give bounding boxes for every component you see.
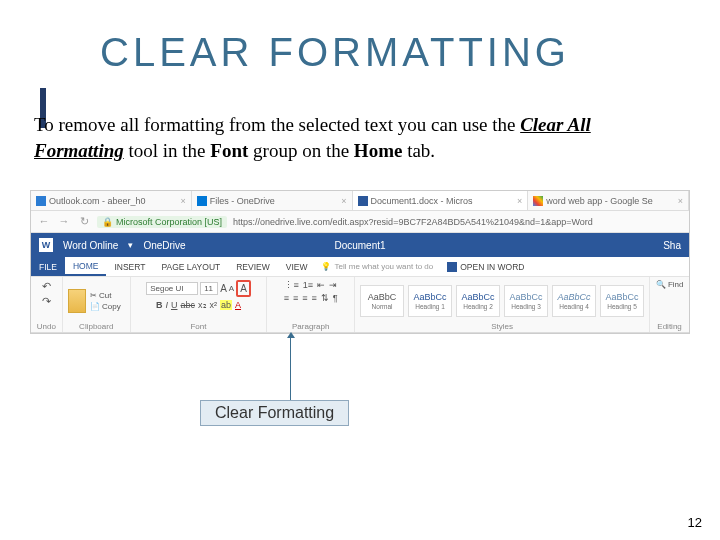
clear-formatting-button[interactable]: A [236,280,251,297]
tab-label: Document1.docx - Micros [371,196,473,206]
close-icon[interactable]: × [678,196,683,206]
underline-button[interactable]: U [171,300,178,310]
slide-title: CLEAR FORMATTING [100,30,570,75]
align-left-button[interactable]: ≡ [284,293,289,303]
group-label: Undo [36,322,57,331]
slide-body: To remove all formatting from the select… [34,112,684,163]
style-heading-3[interactable]: AaBbCcHeading 3 [504,285,548,317]
url-field[interactable]: https://onedrive.live.com/edit.aspx?resi… [233,217,683,227]
superscript-button[interactable]: x² [210,300,218,310]
page-number: 12 [688,515,702,530]
back-button[interactable]: ← [37,215,51,229]
callout-arrow [290,336,291,402]
outlook-icon [36,196,46,206]
browser-tab[interactable]: Outlook.com - abeer_h0× [31,191,192,210]
body-mid1: tool in the [124,140,211,161]
close-icon[interactable]: × [180,196,185,206]
bullets-button[interactable]: ⋮≡ [284,280,298,290]
onedrive-icon [197,196,207,206]
tab-insert[interactable]: INSERT [106,257,153,276]
word-icon [358,196,368,206]
body-pre: To remove all formatting from the select… [34,114,520,135]
style-name: Heading 4 [559,303,589,310]
group-styles: AaBbCNormalAaBbCcHeading 1AaBbCcHeading … [355,277,650,332]
group-label: Editing [655,322,684,331]
chevron-down-icon[interactable]: ▾ [128,240,133,250]
group-label: Clipboard [68,322,125,331]
strike-button[interactable]: abc [180,300,195,310]
tab-review[interactable]: REVIEW [228,257,278,276]
style-heading-4[interactable]: AaBbCcHeading 4 [552,285,596,317]
font-color-button[interactable]: A [235,300,241,310]
tab-home[interactable]: HOME [65,257,107,276]
justify-button[interactable]: ≡ [312,293,317,303]
group-editing: 🔍 Find Editing [650,277,689,332]
style-name: Heading 5 [607,303,637,310]
tab-file[interactable]: FILE [31,257,65,276]
ribbon-tabs: FILE HOME INSERT PAGE LAYOUT REVIEW VIEW… [31,257,689,277]
style-preview: AaBbCc [462,292,495,302]
group-name: Font [210,140,248,161]
style-normal[interactable]: AaBbCNormal [360,285,404,317]
undo-button[interactable]: ↶ [42,280,51,293]
tell-me-box[interactable]: 💡Tell me what you want to do [315,257,439,276]
open-in-word-button[interactable]: OPEN IN WORD [439,257,532,276]
tab-name: Home [354,140,403,161]
browser-tab[interactable]: Document1.docx - Micros× [353,191,529,210]
font-name-select[interactable]: Segoe UI [146,282,198,295]
style-heading-1[interactable]: AaBbCcHeading 1 [408,285,452,317]
paste-button[interactable] [68,289,86,313]
style-preview: AaBbC [368,292,397,302]
indent-button[interactable]: ⇥ [329,280,337,290]
google-icon [533,196,543,206]
word-icon [447,262,457,272]
subscript-button[interactable]: x₂ [198,300,207,310]
browser-window: Outlook.com - abeer_h0× Files - OneDrive… [30,190,690,334]
style-heading-5[interactable]: AaBbCcHeading 5 [600,285,644,317]
find-button[interactable]: 🔍 Find [656,280,684,289]
ssl-badge[interactable]: 🔒Microsoft Corporation [US] [97,216,227,228]
bold-button[interactable]: B [156,300,163,310]
highlight-button[interactable]: ab [220,300,232,310]
group-undo: ↶ ↷ Undo [31,277,63,332]
redo-button[interactable]: ↷ [42,295,51,308]
style-heading-2[interactable]: AaBbCcHeading 2 [456,285,500,317]
outdent-button[interactable]: ⇤ [317,280,325,290]
ribbon: ↶ ↷ Undo ✂ Cut 📄 Copy Clipboard [31,277,689,333]
tab-page-layout[interactable]: PAGE LAYOUT [153,257,228,276]
line-spacing-button[interactable]: ⇅ [321,293,329,303]
style-name: Heading 1 [415,303,445,310]
grow-font-button[interactable]: A [220,283,227,294]
callout-label: Clear Formatting [200,400,349,426]
body-post: tab. [402,140,435,161]
reload-button[interactable]: ↻ [77,215,91,229]
word-header: W Word Online ▾ OneDrive Document1 Sha [31,233,689,257]
copy-button[interactable]: 📄 Copy [90,302,121,311]
group-font: Segoe UI 11 A A A B I U abc x₂ x² ab [131,277,268,332]
paragraph-dir-button[interactable]: ¶ [333,293,338,303]
close-icon[interactable]: × [517,196,522,206]
share-button[interactable]: Sha [663,240,681,251]
onedrive-link[interactable]: OneDrive [143,240,185,251]
close-icon[interactable]: × [341,196,346,206]
document-title[interactable]: Document1 [334,240,385,251]
align-center-button[interactable]: ≡ [293,293,298,303]
italic-button[interactable]: I [165,300,168,310]
browser-tab[interactable]: word web app - Google Se× [528,191,689,210]
tell-me-label: Tell me what you want to do [334,262,433,271]
shrink-font-button[interactable]: A [229,284,234,293]
forward-button[interactable]: → [57,215,71,229]
style-preview: AaBbCc [558,292,591,302]
tab-view[interactable]: VIEW [278,257,316,276]
numbering-button[interactable]: 1≡ [303,280,313,290]
style-preview: AaBbCc [414,292,447,302]
align-right-button[interactable]: ≡ [302,293,307,303]
lock-icon: 🔒 [102,217,113,227]
ssl-label: Microsoft Corporation [US] [116,217,222,227]
tab-label: Outlook.com - abeer_h0 [49,196,146,206]
browser-tabstrip: Outlook.com - abeer_h0× Files - OneDrive… [31,191,689,211]
browser-tab[interactable]: Files - OneDrive× [192,191,353,210]
cut-button[interactable]: ✂ Cut [90,291,121,300]
font-size-select[interactable]: 11 [200,282,218,295]
group-label: Font [136,322,262,331]
